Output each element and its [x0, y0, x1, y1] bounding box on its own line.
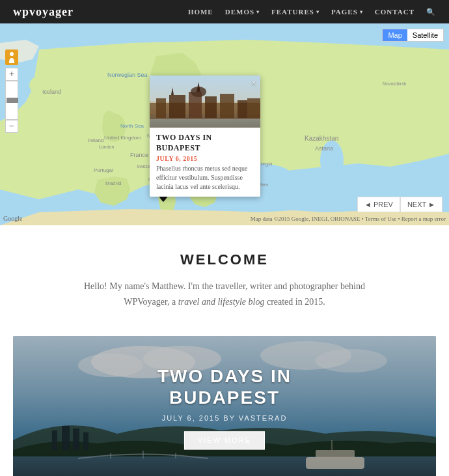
svg-text:Ireland: Ireland	[88, 137, 103, 143]
welcome-text-italic: travel and lifestyle blog	[178, 297, 265, 307]
prev-button[interactable]: ◄ PREV	[357, 197, 400, 212]
popup-text: Phasellus rhoncus metus sed neque effici…	[156, 164, 254, 191]
nav-home[interactable]: HOME	[188, 8, 213, 16]
welcome-text: Hello! My name's Matthew. I'm the travel…	[75, 279, 374, 310]
svg-text:Astana: Astana	[315, 145, 333, 152]
view-more-button[interactable]: VIEW MORE	[184, 431, 265, 449]
svg-text:Portugal: Portugal	[94, 167, 113, 173]
map-type-satellite-button[interactable]: Satellite	[407, 29, 443, 41]
svg-text:Novosibirsk: Novosibirsk	[383, 81, 407, 86]
logo[interactable]: wpvoyager	[13, 5, 74, 19]
popup-date: JULY 6, 2015	[156, 155, 254, 162]
person-icon	[7, 51, 16, 63]
svg-text:Madrid: Madrid	[105, 180, 121, 186]
featured-title: TWO DAYS INBUDAPEST	[157, 365, 292, 409]
header: wpvoyager HOME DEMOS ▾ FEATURES ▾ PAGES …	[0, 0, 449, 23]
demos-arrow: ▾	[256, 9, 260, 15]
nav-features[interactable]: FEATURES ▾	[271, 8, 320, 16]
svg-text:North Sea: North Sea	[120, 123, 144, 129]
map-popup: ×	[150, 76, 260, 197]
zoom-slider[interactable]	[5, 81, 18, 120]
featured-background: TWO DAYS INBUDAPEST JULY 6, 2015 BY VAST…	[13, 336, 436, 476]
nav-demos[interactable]: DEMOS ▾	[225, 8, 260, 16]
popup-close-button[interactable]: ×	[251, 78, 256, 89]
svg-text:Kazakhstan: Kazakhstan	[305, 135, 338, 142]
main-nav: HOME DEMOS ▾ FEATURES ▾ PAGES ▾ CONTACT …	[188, 8, 436, 16]
featured-content: TWO DAYS INBUDAPEST JULY 6, 2015 BY VAST…	[157, 365, 292, 449]
popup-image	[150, 76, 260, 128]
search-icon[interactable]: 🔍	[426, 8, 436, 16]
popup-body: TWO DAYS IN BUDAPEST JULY 6, 2015 Phasel…	[150, 128, 260, 197]
svg-text:France: France	[130, 152, 148, 158]
svg-rect-38	[220, 94, 234, 118]
popup-title: TWO DAYS IN BUDAPEST	[156, 133, 254, 153]
svg-rect-39	[238, 100, 247, 118]
welcome-title: WELCOME	[13, 251, 436, 268]
welcome-section: WELCOME Hello! My name's Matthew. I'm th…	[0, 225, 449, 336]
zoom-out-button[interactable]: −	[5, 120, 18, 133]
svg-text:Iceland: Iceland	[42, 89, 61, 95]
street-view-icon[interactable]	[5, 49, 18, 65]
logo-prefix: wp	[13, 5, 29, 18]
map-type-map-button[interactable]: Map	[383, 29, 407, 41]
nav-contact[interactable]: CONTACT	[375, 8, 415, 16]
map-attribution: Map data ©2015 Google, INEGI, ORIONASE •…	[251, 216, 446, 222]
svg-text:United Kingdom: United Kingdom	[104, 135, 141, 141]
featured-meta: JULY 6, 2015 BY VASTERAD	[157, 414, 292, 422]
svg-rect-40	[247, 98, 260, 118]
popup-cityscape	[150, 76, 260, 128]
welcome-text-2: created in 2015.	[267, 297, 325, 307]
map-section: Norwegian Sea North Sea Iceland United K…	[0, 23, 449, 225]
svg-rect-34	[156, 98, 166, 118]
featured-section: TWO DAYS INBUDAPEST JULY 6, 2015 BY VAST…	[13, 336, 436, 476]
svg-point-3	[103, 111, 116, 129]
google-label: Google	[3, 215, 22, 222]
zoom-in-button[interactable]: +	[5, 68, 18, 81]
svg-rect-37	[205, 96, 217, 118]
svg-text:London: London	[99, 145, 114, 149]
map-navigation: ◄ PREV NEXT ►	[357, 197, 442, 212]
zoom-slider-thumb	[7, 98, 18, 103]
pages-arrow: ▾	[360, 9, 363, 15]
map-controls: + −	[5, 49, 18, 133]
svg-rect-35	[169, 95, 185, 118]
next-button[interactable]: NEXT ►	[400, 197, 442, 212]
features-arrow: ▾	[316, 9, 320, 15]
logo-main: voyager	[29, 5, 74, 18]
svg-point-29	[10, 52, 14, 56]
nav-pages[interactable]: PAGES ▾	[331, 8, 363, 16]
map-type-selector: Map Satellite	[382, 29, 444, 42]
svg-text:Norwegian Sea: Norwegian Sea	[107, 72, 148, 78]
